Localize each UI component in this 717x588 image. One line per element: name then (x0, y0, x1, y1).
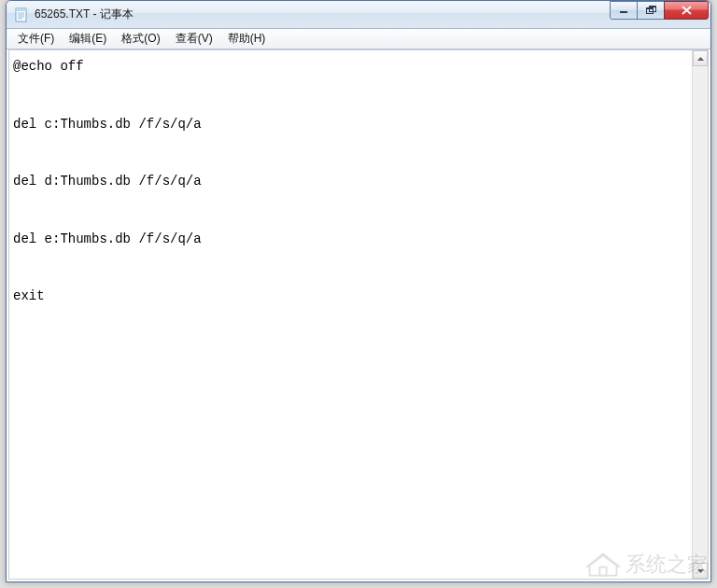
client-area: @echo off del c:Thumbs.db /f/s/q/a del d… (8, 49, 709, 580)
titlebar[interactable]: 65265.TXT - 记事本 (7, 1, 710, 29)
close-button[interactable] (664, 1, 709, 20)
menu-edit[interactable]: 编辑(E) (62, 29, 114, 49)
menubar: 文件(F) 编辑(E) 格式(O) 查看(V) 帮助(H) (7, 29, 710, 49)
menu-format[interactable]: 格式(O) (114, 29, 167, 49)
menu-view[interactable]: 查看(V) (168, 29, 220, 49)
maximize-button[interactable] (637, 1, 665, 20)
scroll-track[interactable] (693, 66, 708, 563)
menu-file[interactable]: 文件(F) (10, 29, 62, 49)
notepad-window: 65265.TXT - 记事本 文件(F) 编辑(E) 格 (6, 0, 711, 582)
svg-rect-6 (620, 11, 627, 13)
menu-help[interactable]: 帮助(H) (220, 29, 274, 49)
scroll-up-button[interactable] (693, 50, 708, 66)
notepad-icon (14, 7, 29, 22)
window-title: 65265.TXT - 记事本 (35, 7, 611, 22)
minimize-button[interactable] (610, 1, 638, 20)
text-editor[interactable]: @echo off del c:Thumbs.db /f/s/q/a del d… (9, 50, 692, 579)
svg-rect-10 (649, 7, 655, 8)
svg-rect-1 (16, 8, 26, 11)
vertical-scrollbar[interactable] (692, 50, 708, 579)
scroll-down-button[interactable] (693, 563, 708, 579)
window-controls (611, 1, 709, 20)
